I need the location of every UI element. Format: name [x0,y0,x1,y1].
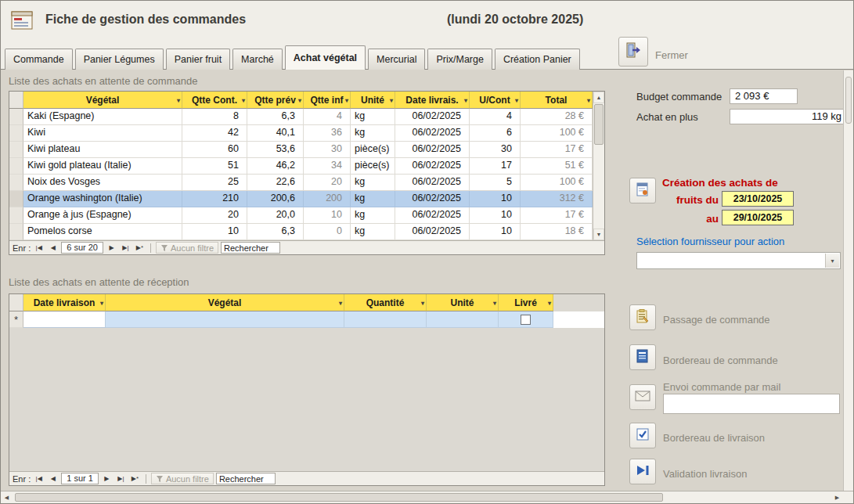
tab-achat-végétal[interactable]: Achat végétal [285,45,366,70]
scrollbar-thumb[interactable] [594,104,604,145]
delivery-slip-button[interactable] [629,423,656,448]
cell[interactable]: pièce(s) [351,158,395,175]
orders-column-header[interactable]: Végétal▾ [23,92,182,109]
cell[interactable]: 100 € [521,175,593,191]
orders-column-header[interactable]: U/Cont▾ [470,92,521,109]
cell[interactable]: 0 [304,224,351,240]
table-row[interactable]: Orange washington (Italie)210200,6200kg0… [9,191,593,207]
cell[interactable]: 200,6 [247,191,304,207]
column-dropdown-icon[interactable]: ▾ [177,96,180,103]
new-record-button[interactable]: ▶* [134,243,146,254]
cell[interactable]: 17 € [521,207,593,224]
cell[interactable]: 22,6 [247,175,304,191]
cell[interactable]: 06/02/2025 [395,224,470,240]
supplier-combobox[interactable]: ▾ [636,252,841,269]
date-from-field[interactable]: 23/10/2025 [722,191,794,207]
new-record-button[interactable]: ▶* [129,473,141,484]
new-record-selector[interactable]: * [9,311,23,328]
record-position[interactable]: 6 sur 20 [61,242,103,254]
record-search-input[interactable] [221,242,280,254]
cell[interactable]: 06/02/2025 [395,109,470,125]
cell[interactable]: 25 [182,175,247,191]
validate-delivery-button[interactable] [629,459,656,484]
scrollbar-thumb[interactable] [845,77,852,124]
last-record-button[interactable]: ▶| [120,243,132,254]
scroll-up-icon[interactable]: ▲ [593,92,604,103]
cell[interactable]: 06/02/2025 [395,191,470,207]
extra-purchase-value-field[interactable]: 119 kg [730,109,847,124]
column-dropdown-icon[interactable]: ▾ [345,96,348,103]
cell[interactable]: 18 € [521,224,593,240]
cell[interactable]: Orange à jus (Espagne) [23,207,182,224]
reception-column-header[interactable]: Unité▾ [427,294,499,311]
cell[interactable]: 4 [304,109,351,125]
previous-record-button[interactable]: ◀ [47,473,59,484]
order-slip-button[interactable] [629,344,656,370]
cell[interactable]: 06/02/2025 [395,207,470,224]
next-record-button[interactable]: ▶ [101,473,113,484]
row-selector[interactable] [9,158,23,175]
cell[interactable]: 100 € [521,125,593,142]
row-selector[interactable] [9,125,23,142]
cell[interactable]: 10 [182,224,247,240]
record-position[interactable]: 1 sur 1 [61,473,99,484]
select-all-corner[interactable] [9,92,23,109]
cell[interactable]: 30 [304,142,351,158]
tab-création-panier[interactable]: Création Panier [495,49,580,70]
cell[interactable]: 6 [470,125,521,142]
new-record-row[interactable]: * [9,311,604,328]
table-row[interactable]: Orange à jus (Espagne)2020,010kg06/02/20… [9,207,593,224]
livre-checkbox[interactable] [521,315,531,325]
cell[interactable]: 06/02/2025 [395,125,470,142]
cell[interactable]: 51 [182,158,247,175]
cell[interactable]: 36 [304,125,351,142]
column-dropdown-icon[interactable]: ▾ [464,96,467,103]
column-dropdown-icon[interactable]: ▾ [421,299,424,306]
close-form-button[interactable] [618,37,648,67]
mail-address-input[interactable] [663,394,840,414]
row-selector[interactable] [9,175,23,191]
cell-livre[interactable] [499,311,553,328]
cell-date-livraison[interactable] [23,311,106,328]
cell[interactable]: 30 [470,142,521,158]
cell[interactable]: Kiwi [23,125,182,142]
cell[interactable]: 60 [182,142,247,158]
cell[interactable]: Orange washington (Italie) [23,191,182,207]
cell[interactable]: kg [351,125,395,142]
cell[interactable]: 10 [470,191,521,207]
cell[interactable]: 210 [182,191,247,207]
select-all-corner[interactable] [9,294,23,311]
cell[interactable]: 312 € [521,191,593,207]
cell[interactable]: 20 [182,207,247,224]
cell-vegetal[interactable] [106,311,344,328]
column-dropdown-icon[interactable]: ▾ [515,96,518,103]
cell[interactable]: 17 [470,158,521,175]
cell[interactable]: kg [351,175,395,191]
orders-column-header[interactable]: Date livrais.▾ [395,92,470,109]
order-entry-button[interactable] [629,304,656,330]
cell[interactable]: Noix des Vosges [23,175,182,191]
cell[interactable]: 53,6 [247,142,304,158]
cell[interactable]: 10 [304,207,351,224]
cell[interactable]: Kiwi plateau [23,142,182,158]
table-row[interactable]: Kiwi plateau6053,630pièce(s)06/02/202530… [9,142,593,158]
orders-column-header[interactable]: Unité▾ [351,92,395,109]
first-record-button[interactable]: |◀ [33,243,45,254]
table-row[interactable]: Noix des Vosges2522,620kg06/02/20255100 … [9,175,593,191]
scroll-left-icon[interactable]: ◀ [1,492,13,502]
column-dropdown-icon[interactable]: ▾ [587,96,590,103]
row-selector[interactable] [9,142,23,158]
cell[interactable]: Pomelos corse [23,224,182,240]
cell-quantite[interactable] [344,311,427,328]
scroll-right-icon[interactable]: ▶ [831,492,843,502]
form-vertical-scrollbar[interactable] [843,70,853,491]
cell[interactable]: 6,3 [247,109,304,125]
filter-toggle[interactable]: Aucun filtre [151,473,214,484]
cell[interactable]: 40,1 [247,125,304,142]
create-fruit-orders-button[interactable] [629,178,656,203]
date-to-field[interactable]: 29/10/2025 [722,210,794,225]
tab-commande[interactable]: Commande [5,49,73,70]
reception-column-header[interactable]: Date livraison▾ [23,294,106,311]
previous-record-button[interactable]: ◀ [47,243,59,254]
cell[interactable]: 06/02/2025 [395,142,470,158]
